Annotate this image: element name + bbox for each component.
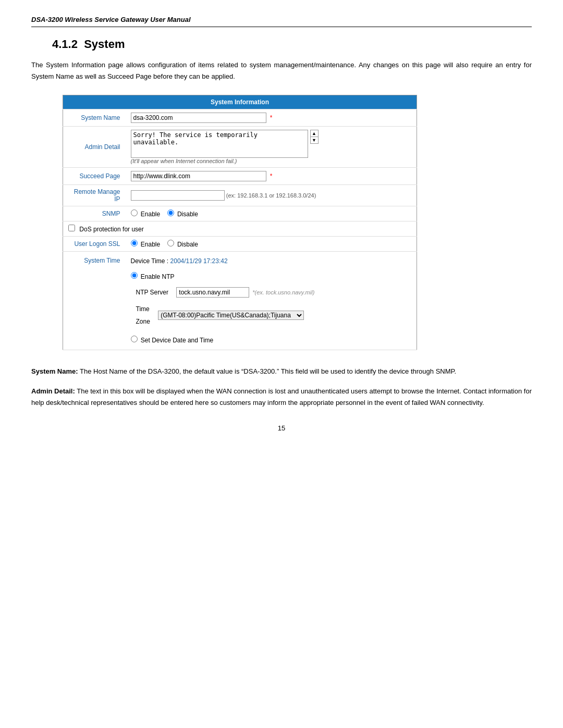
page-number: 15 — [31, 424, 532, 432]
remote-manage-input[interactable] — [131, 190, 225, 201]
system-name-description: System Name: The Host Name of the DSA-32… — [31, 366, 532, 377]
device-time-label: Device Time : — [131, 257, 169, 265]
system-name-value-cell: * — [126, 109, 417, 127]
required-star-succeed: * — [270, 172, 273, 180]
intro-paragraph: The System Information page allows confi… — [31, 59, 532, 82]
system-time-value-cell: Device Time : 2004/11/29 17:23:42 Enable… — [126, 252, 417, 350]
enable-ntp-radio[interactable] — [131, 272, 138, 279]
succeed-page-label: Succeed Page — [63, 168, 126, 185]
descriptions-section: System Name: The Host Name of the DSA-32… — [31, 366, 532, 409]
ssl-enable-label[interactable]: Enable — [131, 241, 162, 248]
required-star-system: * — [270, 114, 273, 121]
succeed-page-input[interactable] — [131, 171, 266, 181]
user-logon-ssl-value-cell: Enable Disbale — [126, 237, 417, 252]
ntp-server-label: NTP Server — [136, 286, 168, 299]
succeed-page-value-cell: * — [126, 168, 417, 185]
system-name-label: System Name — [63, 109, 126, 127]
snmp-disable-label[interactable]: Disable — [167, 211, 198, 218]
section-heading: 4.1.2 System — [31, 38, 532, 51]
remote-manage-label: Remote ManageIP — [63, 185, 126, 206]
admin-detail-label: Admin Detail — [63, 127, 126, 168]
snmp-enable-label[interactable]: Enable — [131, 211, 162, 218]
time-zone-label: TimeZone — [136, 303, 150, 328]
dos-checkbox[interactable] — [68, 225, 75, 231]
textarea-scroll-up[interactable]: ▲ — [311, 130, 318, 137]
time-zone-select[interactable]: (GMT-08:00)Pacific Time(US&Canada);Tijua… — [158, 311, 304, 320]
admin-detail-hint: (It'll appear when Internet connection f… — [131, 158, 412, 164]
ssl-disable-label[interactable]: Disbale — [167, 241, 198, 248]
set-device-time-radio[interactable] — [131, 336, 138, 342]
remote-manage-example: (ex: 192.168.3.1 or 192.168.3.0/24) — [226, 192, 316, 199]
system-info-table: System Information System Name * Admin D… — [63, 95, 417, 350]
ssl-disable-radio[interactable] — [167, 240, 174, 246]
remote-manage-value-cell: (ex: 192.168.3.1 or 192.168.3.0/24) — [126, 185, 417, 206]
snmp-label: SNMP — [63, 206, 126, 221]
snmp-value-cell: Enable Disable — [126, 206, 417, 221]
textarea-scroll-down[interactable]: ▼ — [311, 137, 318, 143]
table-header: System Information — [63, 95, 417, 109]
system-name-input[interactable] — [131, 113, 266, 123]
admin-detail-description: Admin Detail: The text in this box will … — [31, 386, 532, 409]
dos-label: DoS protection for user — [79, 226, 143, 233]
page-header: DSA-3200 Wireless Service Gateway User M… — [31, 16, 532, 27]
ntp-server-example: *(ex. tock.usno.navy.mil) — [252, 287, 314, 298]
dos-protection-row: DoS protection for user — [63, 221, 417, 237]
admin-detail-textarea[interactable]: Sorry! The service is temporarily unavai… — [131, 130, 308, 158]
set-device-time-label: Set Device Date and Time — [141, 337, 213, 344]
admin-detail-value-cell: Sorry! The service is temporarily unavai… — [126, 127, 417, 168]
snmp-enable-radio[interactable] — [131, 209, 138, 216]
device-time-value: 2004/11/29 17:23:42 — [170, 257, 228, 265]
ntp-server-input[interactable] — [176, 287, 249, 298]
system-time-label: System Time — [63, 252, 126, 350]
snmp-disable-radio[interactable] — [167, 209, 174, 216]
user-logon-ssl-label: User Logon SSL — [63, 237, 126, 252]
ssl-enable-radio[interactable] — [131, 240, 138, 246]
